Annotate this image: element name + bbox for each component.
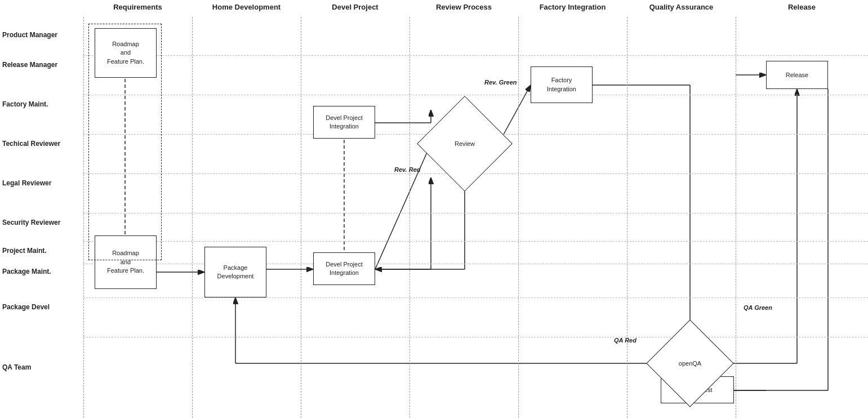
package-development-label: Package Development [217,264,254,281]
divider-home-dev [192,17,193,418]
devel-project-integration-bottom-label: Devel Project Integration [326,260,362,278]
row-label-release-manager: Release Manager [0,61,83,69]
h-divider-7 [83,297,868,298]
col-header-requirements: Requirements [83,3,192,11]
row-label-qa-team: QA Team [0,363,83,371]
col-header-review-process: Review Process [409,3,518,11]
divider-devel-project [301,17,301,418]
row-label-package-devel: Package Devel [0,303,83,311]
row-label-project-maint: Project Maint. [0,247,83,255]
col-header-quality-assurance: Quality Assurance [627,3,736,11]
row-label-technical-reviewer: Techical Reviewer [0,140,83,148]
row-label-security-reviewer: Security Reviewer [0,219,83,226]
divider-factory-integration [518,17,519,418]
rev-red-label: Rev. Red [394,166,420,173]
col-header-factory-integration: Factory Integration [518,3,627,11]
divider-review-process [409,17,410,418]
h-divider-6 [83,264,868,264]
dashed-box-top [88,24,162,260]
h-divider-0 [83,55,868,56]
diagram-container: Requirements Home Development Devel Proj… [0,0,868,418]
factory-integration-box: Factory Integration [531,66,593,103]
col-header-release: Release [736,3,868,11]
rev-green-label: Rev. Green [484,79,517,86]
review-diamond: Review [431,110,498,177]
row-label-legal-reviewer: Legal Reviewer [0,179,83,187]
factory-integration-label: Factory Integration [547,76,576,94]
release-label: Release [786,72,808,78]
h-divider-4 [83,213,868,214]
h-divider-8 [83,337,868,337]
col-header-devel-project: Devel Project [301,3,409,11]
review-diamond-label: Review [455,140,475,147]
openqa-diamond-label: openQA [679,360,701,367]
devel-project-integration-top-box: Devel Project Integration [313,106,375,139]
col-header-home-dev: Home Development [192,3,301,11]
h-divider-5 [83,241,868,242]
devel-project-integration-top-label: Devel Project Integration [326,114,362,131]
svg-line-5 [375,144,431,269]
row-label-package-maint: Package Maint. [0,268,83,275]
openqa-diamond: openQA [659,332,721,394]
row-label-factory-maint: Factory Maint. [0,100,83,108]
release-box: Release [766,61,828,89]
divider-quality-assurance [627,17,627,418]
package-development-box: Package Development [204,247,266,297]
h-divider-1 [83,95,868,95]
row-label-product-manager: Product Manager [0,31,83,39]
qa-green-label: QA Green [744,304,772,311]
divider-release [736,17,736,418]
qa-red-label: QA Red [614,337,636,344]
devel-project-integration-bottom-box: Devel Project Integration [313,252,375,285]
divider-requirements [83,17,84,418]
